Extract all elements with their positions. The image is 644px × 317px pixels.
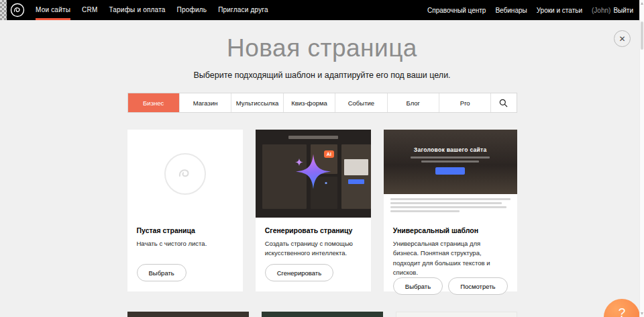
scrollbar[interactable] [639,0,644,317]
secondary-nav: Справочный центр Вебинары Уроки и статьи… [427,0,633,20]
nav-lessons[interactable]: Уроки и статьи [537,7,582,14]
placeholder-text-line [390,206,506,208]
card-description: Создать страницу с помощью искусственног… [265,239,362,259]
card-actions: Выбрать Посмотреть [393,277,508,295]
placeholder-text-line [390,202,502,204]
user-name: (John) [592,7,610,14]
ai-badge: AI [324,150,335,158]
search-icon [499,99,508,107]
preview-hero: Заголовок вашего сайта [384,130,517,194]
page-title: Новая страница [0,34,644,62]
tab-event[interactable]: Событие [335,93,386,112]
generate-button[interactable]: Сгенерировать [265,264,333,281]
ai-thumbnail: AI [256,130,371,218]
template-card-partial-2[interactable] [262,312,383,317]
nav-help-center[interactable]: Справочный центр [427,7,486,14]
nav-crm[interactable]: CRM [82,0,97,20]
card-body: Универсальный шаблон Универсальная стран… [384,218,517,305]
close-button[interactable]: ✕ [614,30,631,47]
template-card-generate: AI Сгенерировать страницу Создать страни… [256,130,371,291]
tab-blog[interactable]: Блог [387,93,439,112]
template-cards-row: Пустая страница Начать с чистого листа. … [127,130,517,291]
primary-nav: Мои сайты CRM Тарифы и оплата Профиль Пр… [36,0,268,20]
nav-profile[interactable]: Профиль [177,0,207,20]
nav-my-sites[interactable]: Мои сайты [36,0,70,20]
question-mark-icon: ? [619,306,626,317]
card-title: Универсальный шаблон [393,226,508,234]
template-card-universal: Заголовок вашего сайта Универсальный шаб… [384,130,517,291]
card-body: Сгенерировать страницу Создать страницу … [256,218,371,291]
topbar: Мои сайты CRM Тарифы и оплата Профиль Пр… [0,0,644,20]
placeholder-text-line [390,210,460,212]
tilda-logo[interactable] [10,0,25,20]
blank-thumbnail [127,130,243,218]
new-page-modal: ✕ Новая страница Выберите подходящий шаб… [0,34,644,317]
placeholder-text-line [390,198,511,200]
nav-webinars[interactable]: Вебинары [495,7,527,14]
tilda-watermark-icon [164,153,206,195]
account-area: (John) Выйти [592,7,633,14]
card-body: Пустая страница Начать с чистого листа. … [127,218,243,291]
card-description: Универсальная страница для бизнеса. Поня… [393,239,508,277]
select-button[interactable]: Выбрать [137,264,186,281]
placeholder-text-line [421,161,479,163]
card-actions: Сгенерировать [265,264,362,281]
logout-link[interactable]: Выйти [613,7,633,14]
template-category-tabs: Бизнес Магазин Мультиссылка Квиз-форма С… [127,93,517,113]
universal-thumbnail: Заголовок вашего сайта [384,130,517,218]
tab-business[interactable]: Бизнес [128,93,179,112]
tab-quiz-form[interactable]: Квиз-форма [283,93,335,112]
scroll-up-arrow[interactable] [641,2,643,5]
nav-tariffs[interactable]: Тарифы и оплата [109,0,165,20]
select-button[interactable]: Выбрать [393,277,443,295]
card-actions: Выбрать [137,264,233,281]
page-subtitle: Выберите подходящий шаблон и адаптируйте… [0,71,644,80]
card-description: Начать с чистого листа. [137,239,233,248]
desktop-texture [0,0,7,20]
search-tab[interactable] [490,93,516,112]
tab-pro[interactable]: Pro [439,93,490,112]
card-title: Сгенерировать страницу [265,226,362,234]
preview-text-block [384,194,517,218]
template-card-blank: Пустая страница Начать с чистого листа. … [127,130,243,291]
nav-referral[interactable]: Пригласи друга [218,0,268,20]
scroll-down-arrow[interactable] [641,312,643,315]
card-title: Пустая страница [137,226,233,234]
placeholder-text-line [411,156,490,158]
preview-button[interactable]: Посмотреть [448,277,507,295]
preview-cta-button [435,167,465,175]
tab-shop[interactable]: Магазин [179,93,231,112]
template-card-partial-1[interactable] [127,312,249,317]
template-card-partial-3[interactable] [396,312,517,317]
preview-heading: Заголовок вашего сайта [414,146,487,153]
tab-multilink[interactable]: Мультиссылка [231,93,282,112]
close-icon: ✕ [619,35,625,43]
next-template-row [127,312,517,317]
tilda-logo-icon [10,3,25,17]
scrollbar-thumb[interactable] [641,21,643,50]
